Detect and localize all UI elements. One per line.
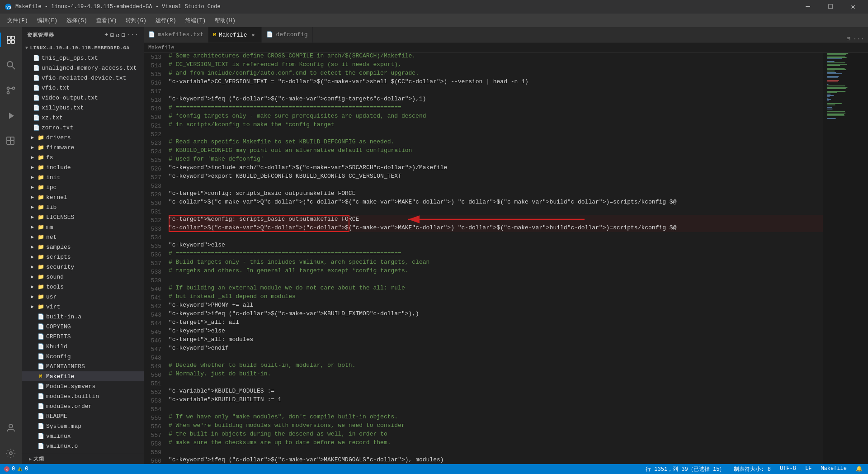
file-icon-xz: 📄 [33,114,40,121]
breadcrumb-makefile[interactable]: Makefile [148,45,175,51]
tree-item-module-symvers[interactable]: ▶ 📄 Module.symvers [22,381,144,391]
activity-explorer[interactable] [0,29,22,51]
error-indicator[interactable]: ✕ 0 ! 0 [4,466,28,472]
activity-settings[interactable] [0,442,22,464]
tree-item-xz[interactable]: 📄 xz.txt [22,113,144,123]
tree-item-system-map[interactable]: ▶ 📄 System.map [22,421,144,431]
tree-item-licenses[interactable]: ▶ 📁 LICENSES [22,212,144,222]
file-name-xz: xz.txt [42,114,63,121]
activity-search[interactable] [0,54,22,76]
tree-item-include[interactable]: ▶ 📁 include [22,162,144,172]
language-mode[interactable]: Makefile [819,465,849,473]
tree-item-init[interactable]: ▶ 📁 init [22,172,144,182]
tree-item-modules-order[interactable]: ▶ 📄 modules.order [22,401,144,411]
activity-debug[interactable] [0,105,22,127]
minimap [823,53,868,464]
tree-item-copying[interactable]: ▶ 📄 COPYING [22,322,144,332]
tree-item-this-cpu-ops[interactable]: 📄 this_cpu_ops.txt [22,53,144,63]
tree-item-ipc[interactable]: ▶ 📁 ipc [22,182,144,192]
tree-root[interactable]: ▼ LINUX-4.19-4.19.115-EMBEDDED-GA [22,43,144,53]
sidebar-more-icon[interactable]: ··· [127,31,138,39]
tree-item-builtin-a[interactable]: ▶ 📄 built-in.a [22,312,144,322]
tree-item-makefile[interactable]: ▶ M Makefile [22,371,144,381]
encoding[interactable]: UTF-8 [778,465,798,473]
error-count: 0 [12,466,15,472]
indentation[interactable]: 制表符大小: 8 [732,465,773,473]
maximize-button[interactable]: □ [820,0,841,14]
activity-extensions[interactable] [0,130,22,152]
line-ending[interactable]: LF [803,465,813,473]
sidebar-collapse-icon[interactable]: ⊟ [121,31,125,39]
tree-item-credits[interactable]: ▶ 📄 CREDITS [22,332,144,341]
tab-icon-defconfig: 📄 [266,31,273,38]
tree-item-net[interactable]: ▶ 📁 net [22,232,144,242]
close-button[interactable]: ✕ [843,0,863,14]
sidebar-refresh-icon[interactable]: ↺ [116,31,119,39]
menu-terminal[interactable]: 终端(T) [182,15,210,26]
tree-item-lib[interactable]: ▶ 📁 lib [22,202,144,212]
menu-view[interactable]: 查看(V) [93,15,121,26]
svg-rect-5 [11,40,14,43]
menu-help[interactable]: 帮助(H) [211,15,239,26]
tab-defconfig[interactable]: 📄 defconfig [262,27,312,43]
tab-makefile[interactable]: M Makefile ✕ [208,27,262,43]
minimize-button[interactable]: ─ [797,0,818,14]
menu-edit[interactable]: 编辑(E) [33,15,61,26]
split-editor-icon[interactable]: ⊟ [846,35,850,43]
tree-item-mm[interactable]: ▶ 📁 mm [22,222,144,232]
svg-rect-15 [10,141,14,144]
warning-count: 0 [25,466,28,472]
menu-goto[interactable]: 转到(G) [122,15,150,26]
tree-item-tools[interactable]: ▶ 📁 tools [22,282,144,292]
code-body[interactable]: # The expansion should be delayed until … [169,53,823,464]
tree-item-security[interactable]: ▶ 📁 security [22,262,144,272]
cursor-position[interactable]: 行 1351，列 39（已选择 15） [644,465,726,473]
settings-icon [5,448,16,459]
tree-item-kconfig[interactable]: ▶ 📄 Kconfig [22,351,144,361]
tree-item-firmware[interactable]: ▶ 📁 firmware [22,142,144,152]
tree-item-drivers[interactable]: ▶ 📁 drivers [22,133,144,142]
tree-item-virt[interactable]: ▶ 📁 virt [22,302,144,312]
tree-item-vmlinux[interactable]: ▶ 📄 vmlinux [22,431,144,441]
tree-item-kbuild[interactable]: ▶ 📄 Kbuild [22,341,144,351]
menu-run[interactable]: 运行(R) [152,15,180,26]
tree-item-fs[interactable]: ▶ 📁 fs [22,152,144,162]
tree-item-zorro[interactable]: 📄 zorro.txt [22,123,144,133]
tree-item-modules-builtin[interactable]: ▶ 📄 modules.builtin [22,391,144,401]
sidebar-new-file-icon[interactable]: + [104,31,108,39]
tree-item-kernel[interactable]: ▶ 📁 kernel [22,192,144,202]
file-icon-txt: 📄 [33,54,40,62]
title-bar: VS Makefile - linux-4.19-4.19.115-embedd… [0,0,868,14]
tree-item-vmlinux-o[interactable]: ▶ 📄 vmlinux.o [22,441,144,451]
more-actions-icon[interactable]: ··· [853,35,864,43]
tree-item-scripts[interactable]: ▶ 📁 scripts [22,252,144,262]
extensions-icon [5,136,16,147]
sidebar-new-folder-icon[interactable]: ⊡ [110,31,113,39]
tree-item-unaligned[interactable]: 📄 unaligned-memory-access.txt [22,63,144,73]
tree-item-vfio-mediated[interactable]: 📄 vfio-mediated-device.txt [22,73,144,83]
tree-item-outline-header[interactable]: ▶ 大纲 [22,453,144,463]
tree-item-xillybus[interactable]: 📄 xillybus.txt [22,103,144,113]
folder-name-kernel: kernel [46,194,67,201]
code-line-516: # and from include/config/auto.conf.cmd … [169,69,823,77]
tree-item-maintainers[interactable]: ▶ 📄 MAINTAINERS [22,361,144,371]
tree-item-usr[interactable]: ▶ 📁 usr [22,292,144,302]
tree-item-readme[interactable]: ▶ 📄 README [22,411,144,421]
activity-account[interactable] [0,417,22,439]
line-number: 548 [144,354,161,362]
file-icon-vfio: 📄 [33,84,40,91]
tree-item-samples[interactable]: ▶ 📁 samples [22,242,144,252]
tab-close-makefile[interactable]: ✕ [250,31,257,38]
menu-file[interactable]: 文件(F) [4,15,32,26]
notifications-icon[interactable]: 🔔 [854,465,864,473]
tree-item-vfio[interactable]: 📄 vfio.txt [22,83,144,93]
sidebar-tree: ▼ LINUX-4.19-4.19.115-EMBEDDED-GA 📄 this… [22,43,144,464]
line-number: 515 [144,70,161,79]
tree-item-video-output[interactable]: 📄 video-output.txt [22,93,144,103]
tab-makefiles-txt[interactable]: 📄 makefiles.txt [144,27,208,43]
activity-source-control[interactable] [0,80,22,101]
tree-item-sound[interactable]: ▶ 📁 sound [22,272,144,282]
code-line-542: # but instead _all depend on modules [169,292,823,301]
file-icon-builtin-a: 📄 [37,313,44,320]
menu-select[interactable]: 选择(S) [63,15,91,26]
